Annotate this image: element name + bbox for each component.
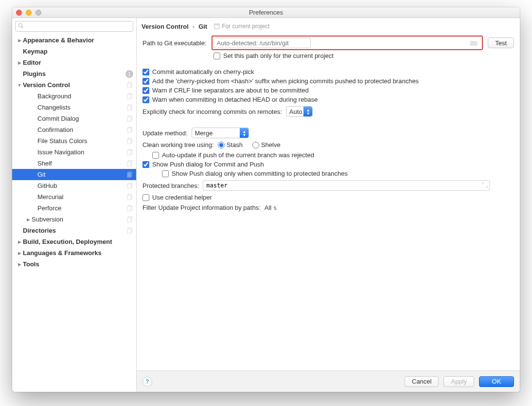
sidebar-item-label: Confirmation [37,126,125,133]
sidebar-item-label: Issue Navigation [37,148,125,156]
sidebar-item-plugins[interactable]: Plugins1 [12,68,136,79]
project-scope-icon [127,183,133,189]
sidebar-item-appearance-behavior[interactable]: ▶Appearance & Behavior [12,35,136,46]
commit-auto-cherry-pick-checkbox[interactable] [142,69,149,75]
sidebar-item-shelf[interactable]: Shelf [12,158,136,169]
cancel-button[interactable]: Cancel [405,376,439,387]
sidebar-item-keymap[interactable]: Keymap [12,46,136,57]
sidebar-item-changelists[interactable]: Changelists [12,102,136,113]
folder-icon[interactable] [470,39,478,46]
project-scope-icon [127,104,133,111]
main-panel: Version Control › Git For current projec… [137,18,520,392]
svg-rect-3 [127,83,131,88]
auto-update-rejected-push-checkbox[interactable] [152,152,159,159]
dialog-footer: ? Cancel Apply OK [137,370,520,392]
show-push-dialog-checkbox[interactable] [142,161,149,168]
warn-crlf-checkbox[interactable] [142,87,149,94]
sidebar-item-label: GitHub [37,182,125,189]
svg-rect-23 [127,195,131,200]
sidebar-item-editor[interactable]: ▶Editor [12,57,136,68]
search-input[interactable] [15,21,133,32]
sidebar-item-label: Subversion [32,216,125,223]
set-path-project-only-label: Set this path only for the current proje… [223,52,334,59]
chevron-right-icon: › [193,23,195,30]
path-highlight-box [212,36,483,50]
project-scope-icon [127,160,133,166]
incoming-label: Explicitly check for incoming commits on… [142,108,282,115]
sidebar-item-label: Mercurial [37,193,125,201]
sidebar-item-label: File Status Colors [37,137,125,145]
disclosure-arrow-icon: ▶ [17,240,22,244]
svg-rect-25 [127,206,131,211]
use-credential-helper-checkbox[interactable] [142,194,149,201]
sidebar-item-label: Background [37,92,125,100]
project-scope-icon [127,194,133,200]
protected-branches-input[interactable] [203,180,490,191]
ok-button[interactable]: OK [479,376,514,387]
breadcrumb-root[interactable]: Version Control [142,23,189,30]
sidebar-item-build-execution-deployment[interactable]: ▶Build, Execution, Deployment [12,236,136,247]
sidebar-item-background[interactable]: Background [12,91,136,102]
sidebar-item-directories[interactable]: Directories [12,225,136,236]
filter-update-label: Filter Update Project information by pat… [142,204,261,211]
search-icon [18,23,24,29]
sidebar-item-perforce[interactable]: Perforce [12,203,136,214]
sidebar-item-label: Perforce [37,204,125,212]
sidebar-item-label: Git [37,171,125,178]
svg-rect-31 [214,24,219,25]
test-button[interactable]: Test [488,37,514,48]
breadcrumb-leaf: Git [198,23,207,30]
sidebar-item-label: Commit Dialog [37,115,125,122]
preferences-window: Preferences ▶Appearance & BehaviorKeymap… [12,7,520,392]
sidebar-item-mercurial[interactable]: Mercurial [12,191,136,203]
set-path-project-only-checkbox[interactable] [213,53,220,59]
incoming-commits-select[interactable]: Auto ▲▼ [286,106,313,117]
disclosure-arrow-icon: ▶ [26,217,31,222]
sidebar-item-label: Keymap [23,48,133,55]
settings-tree[interactable]: ▶Appearance & BehaviorKeymap▶EditorPlugi… [12,34,136,392]
sidebar-item-version-control[interactable]: ▼Version Control [12,79,136,91]
sidebar-item-commit-dialog[interactable]: Commit Dialog [12,113,136,124]
filter-update-value[interactable]: All⇅ [265,204,277,211]
path-label: Path to Git executable: [142,39,207,47]
project-scope-icon [214,23,220,29]
sidebar-item-git[interactable]: Git [12,169,136,180]
project-scope-icon [127,216,133,222]
project-scope-icon [127,115,133,122]
cherry-picked-suffix-checkbox[interactable] [142,78,149,85]
sidebar-item-confirmation[interactable]: Confirmation [12,124,136,135]
svg-rect-7 [127,106,131,110]
disclosure-arrow-icon: ▼ [17,83,22,88]
warn-detached-head-checkbox[interactable] [142,96,149,103]
sidebar-item-file-status-colors[interactable]: File Status Colors [12,135,136,147]
project-scope-icon [127,82,133,88]
project-scope-icon [127,171,133,178]
svg-rect-17 [127,162,131,166]
project-scope-icon [127,93,133,99]
disclosure-arrow-icon: ▶ [17,60,22,65]
sidebar-item-subversion[interactable]: ▶Subversion [12,214,136,225]
breadcrumb: Version Control › Git For current projec… [137,18,520,32]
help-button[interactable]: ? [142,377,152,387]
stash-radio[interactable]: Stash [218,141,243,148]
svg-rect-27 [127,218,131,222]
sidebar-item-label: Editor [23,59,133,66]
show-push-dialog-protected-checkbox[interactable] [162,170,169,177]
sidebar-item-languages-frameworks[interactable]: ▶Languages & Frameworks [12,247,136,258]
sidebar-item-label: Plugins [23,70,124,77]
svg-rect-11 [127,128,131,132]
protected-branches-label: Protected branches: [142,182,199,189]
shelve-radio[interactable]: Shelve [252,141,281,148]
sidebar-item-github[interactable]: GitHub [12,180,136,191]
chevron-updown-icon: ⇅ [273,206,277,211]
sidebar-item-tools[interactable]: ▶Tools [12,258,136,270]
apply-button[interactable]: Apply [443,376,474,387]
svg-rect-29 [127,229,131,233]
expand-icon[interactable] [482,182,488,188]
project-scope-icon [127,227,133,234]
git-executable-path-input[interactable] [213,37,311,48]
svg-rect-15 [127,150,131,155]
update-method-select[interactable]: Merge ▲▼ [192,128,249,138]
window-title: Preferences [12,9,520,16]
sidebar-item-issue-navigation[interactable]: Issue Navigation [12,147,136,158]
